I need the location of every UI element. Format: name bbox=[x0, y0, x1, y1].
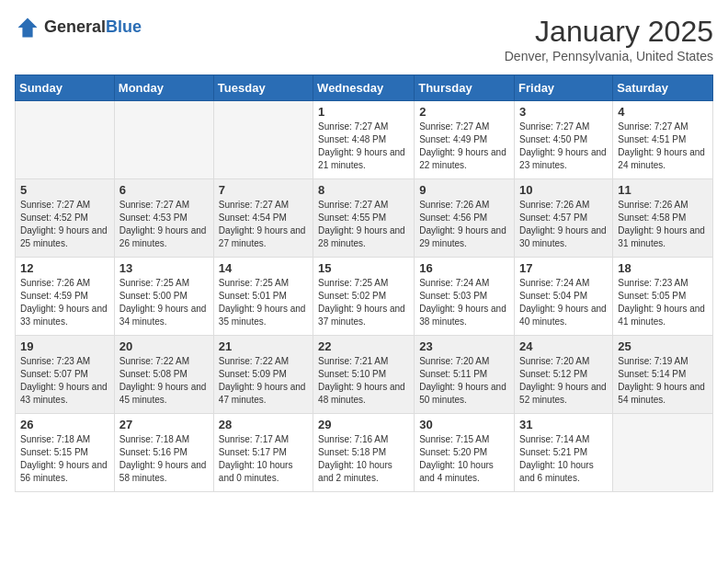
day-info: Sunrise: 7:27 AM Sunset: 4:48 PM Dayligh… bbox=[318, 121, 409, 172]
calendar-cell: 1Sunrise: 7:27 AM Sunset: 4:48 PM Daylig… bbox=[313, 101, 415, 179]
day-header-saturday: Saturday bbox=[613, 75, 713, 101]
calendar-cell: 8Sunrise: 7:27 AM Sunset: 4:55 PM Daylig… bbox=[313, 179, 415, 258]
day-info: Sunrise: 7:15 AM Sunset: 5:20 PM Dayligh… bbox=[419, 433, 509, 485]
day-number: 19 bbox=[20, 339, 109, 353]
day-number: 7 bbox=[219, 183, 308, 197]
calendar-header-row: SundayMondayTuesdayWednesdayThursdayFrid… bbox=[16, 75, 713, 101]
calendar-week-5: 26Sunrise: 7:18 AM Sunset: 5:15 PM Dayli… bbox=[16, 414, 713, 492]
calendar-cell: 7Sunrise: 7:27 AM Sunset: 4:54 PM Daylig… bbox=[213, 179, 313, 258]
day-header-friday: Friday bbox=[515, 75, 613, 101]
month-title: January 2025 bbox=[505, 15, 713, 49]
calendar-cell bbox=[16, 101, 115, 179]
day-info: Sunrise: 7:27 AM Sunset: 4:49 PM Dayligh… bbox=[419, 121, 509, 172]
day-number: 22 bbox=[318, 339, 409, 353]
logo: GeneralBlue bbox=[15, 15, 142, 40]
location: Denver, Pennsylvania, United States bbox=[505, 49, 713, 63]
calendar-cell bbox=[613, 414, 713, 492]
day-number: 8 bbox=[318, 183, 409, 197]
day-info: Sunrise: 7:26 AM Sunset: 4:56 PM Dayligh… bbox=[419, 199, 509, 250]
day-info: Sunrise: 7:22 AM Sunset: 5:08 PM Dayligh… bbox=[119, 355, 209, 407]
calendar-cell: 2Sunrise: 7:27 AM Sunset: 4:49 PM Daylig… bbox=[415, 101, 515, 179]
day-info: Sunrise: 7:20 AM Sunset: 5:12 PM Dayligh… bbox=[519, 355, 608, 407]
calendar-cell: 31Sunrise: 7:14 AM Sunset: 5:21 PM Dayli… bbox=[515, 414, 613, 492]
calendar-cell: 13Sunrise: 7:25 AM Sunset: 5:00 PM Dayli… bbox=[114, 258, 213, 336]
day-info: Sunrise: 7:23 AM Sunset: 5:05 PM Dayligh… bbox=[618, 277, 708, 328]
day-number: 17 bbox=[519, 261, 608, 275]
day-number: 11 bbox=[618, 183, 708, 197]
calendar-cell: 10Sunrise: 7:26 AM Sunset: 4:57 PM Dayli… bbox=[515, 179, 613, 258]
calendar-table: SundayMondayTuesdayWednesdayThursdayFrid… bbox=[15, 75, 713, 492]
day-number: 5 bbox=[20, 183, 109, 197]
day-info: Sunrise: 7:27 AM Sunset: 4:50 PM Dayligh… bbox=[519, 121, 608, 172]
title-block: January 2025 Denver, Pennsylvania, Unite… bbox=[505, 15, 713, 63]
calendar-cell: 16Sunrise: 7:24 AM Sunset: 5:03 PM Dayli… bbox=[415, 258, 515, 336]
calendar-cell: 3Sunrise: 7:27 AM Sunset: 4:50 PM Daylig… bbox=[515, 101, 613, 179]
day-number: 6 bbox=[119, 183, 209, 197]
calendar-cell: 30Sunrise: 7:15 AM Sunset: 5:20 PM Dayli… bbox=[415, 414, 515, 492]
day-info: Sunrise: 7:20 AM Sunset: 5:11 PM Dayligh… bbox=[419, 355, 509, 407]
day-number: 21 bbox=[219, 339, 308, 353]
logo-blue: Blue bbox=[106, 17, 142, 36]
calendar-cell: 19Sunrise: 7:23 AM Sunset: 5:07 PM Dayli… bbox=[16, 336, 115, 414]
day-number: 25 bbox=[618, 339, 708, 353]
day-number: 10 bbox=[519, 183, 608, 197]
day-number: 18 bbox=[618, 261, 708, 275]
day-info: Sunrise: 7:26 AM Sunset: 4:59 PM Dayligh… bbox=[20, 277, 109, 328]
calendar-cell bbox=[213, 101, 313, 179]
calendar-cell: 23Sunrise: 7:20 AM Sunset: 5:11 PM Dayli… bbox=[415, 336, 515, 414]
day-info: Sunrise: 7:18 AM Sunset: 5:15 PM Dayligh… bbox=[20, 433, 109, 485]
day-header-thursday: Thursday bbox=[415, 75, 515, 101]
day-info: Sunrise: 7:17 AM Sunset: 5:17 PM Dayligh… bbox=[219, 433, 308, 485]
calendar-cell: 29Sunrise: 7:16 AM Sunset: 5:18 PM Dayli… bbox=[313, 414, 415, 492]
calendar-cell: 20Sunrise: 7:22 AM Sunset: 5:08 PM Dayli… bbox=[114, 336, 213, 414]
calendar-cell: 17Sunrise: 7:24 AM Sunset: 5:04 PM Dayli… bbox=[515, 258, 613, 336]
day-info: Sunrise: 7:24 AM Sunset: 5:04 PM Dayligh… bbox=[519, 277, 608, 328]
day-info: Sunrise: 7:25 AM Sunset: 5:02 PM Dayligh… bbox=[318, 277, 409, 328]
day-header-monday: Monday bbox=[114, 75, 213, 101]
day-info: Sunrise: 7:27 AM Sunset: 4:51 PM Dayligh… bbox=[618, 121, 708, 172]
day-info: Sunrise: 7:24 AM Sunset: 5:03 PM Dayligh… bbox=[419, 277, 509, 328]
calendar-cell: 6Sunrise: 7:27 AM Sunset: 4:53 PM Daylig… bbox=[114, 179, 213, 258]
calendar-cell: 25Sunrise: 7:19 AM Sunset: 5:14 PM Dayli… bbox=[613, 336, 713, 414]
calendar-week-4: 19Sunrise: 7:23 AM Sunset: 5:07 PM Dayli… bbox=[16, 336, 713, 414]
calendar-cell: 28Sunrise: 7:17 AM Sunset: 5:17 PM Dayli… bbox=[213, 414, 313, 492]
day-number: 15 bbox=[318, 261, 409, 275]
calendar-week-1: 1Sunrise: 7:27 AM Sunset: 4:48 PM Daylig… bbox=[16, 101, 713, 179]
day-number: 12 bbox=[20, 261, 109, 275]
calendar-week-3: 12Sunrise: 7:26 AM Sunset: 4:59 PM Dayli… bbox=[16, 258, 713, 336]
day-number: 28 bbox=[219, 418, 308, 431]
day-info: Sunrise: 7:25 AM Sunset: 5:01 PM Dayligh… bbox=[219, 277, 308, 328]
day-info: Sunrise: 7:26 AM Sunset: 4:58 PM Dayligh… bbox=[618, 199, 708, 250]
day-number: 3 bbox=[519, 105, 608, 119]
calendar-cell: 21Sunrise: 7:22 AM Sunset: 5:09 PM Dayli… bbox=[213, 336, 313, 414]
calendar-cell: 14Sunrise: 7:25 AM Sunset: 5:01 PM Dayli… bbox=[213, 258, 313, 336]
calendar-cell: 5Sunrise: 7:27 AM Sunset: 4:52 PM Daylig… bbox=[16, 179, 115, 258]
calendar-cell: 12Sunrise: 7:26 AM Sunset: 4:59 PM Dayli… bbox=[16, 258, 115, 336]
day-number: 30 bbox=[419, 418, 509, 431]
day-number: 23 bbox=[419, 339, 509, 353]
day-header-tuesday: Tuesday bbox=[213, 75, 313, 101]
day-info: Sunrise: 7:27 AM Sunset: 4:52 PM Dayligh… bbox=[20, 199, 109, 250]
day-info: Sunrise: 7:27 AM Sunset: 4:55 PM Dayligh… bbox=[318, 199, 409, 250]
calendar-cell: 4Sunrise: 7:27 AM Sunset: 4:51 PM Daylig… bbox=[613, 101, 713, 179]
day-number: 27 bbox=[119, 418, 209, 431]
day-number: 1 bbox=[318, 105, 409, 119]
day-info: Sunrise: 7:16 AM Sunset: 5:18 PM Dayligh… bbox=[318, 433, 409, 485]
day-info: Sunrise: 7:27 AM Sunset: 4:54 PM Dayligh… bbox=[219, 199, 308, 250]
day-info: Sunrise: 7:25 AM Sunset: 5:00 PM Dayligh… bbox=[119, 277, 209, 328]
day-number: 24 bbox=[519, 339, 608, 353]
day-number: 2 bbox=[419, 105, 509, 119]
svg-marker-0 bbox=[18, 18, 38, 38]
calendar-cell: 11Sunrise: 7:26 AM Sunset: 4:58 PM Dayli… bbox=[613, 179, 713, 258]
logo-icon bbox=[15, 15, 40, 40]
day-number: 13 bbox=[119, 261, 209, 275]
calendar-cell: 9Sunrise: 7:26 AM Sunset: 4:56 PM Daylig… bbox=[415, 179, 515, 258]
calendar-cell: 18Sunrise: 7:23 AM Sunset: 5:05 PM Dayli… bbox=[613, 258, 713, 336]
calendar-cell: 15Sunrise: 7:25 AM Sunset: 5:02 PM Dayli… bbox=[313, 258, 415, 336]
calendar-cell: 26Sunrise: 7:18 AM Sunset: 5:15 PM Dayli… bbox=[16, 414, 115, 492]
day-header-wednesday: Wednesday bbox=[313, 75, 415, 101]
calendar-cell: 22Sunrise: 7:21 AM Sunset: 5:10 PM Dayli… bbox=[313, 336, 415, 414]
day-info: Sunrise: 7:26 AM Sunset: 4:57 PM Dayligh… bbox=[519, 199, 608, 250]
day-number: 9 bbox=[419, 183, 509, 197]
day-number: 14 bbox=[219, 261, 308, 275]
